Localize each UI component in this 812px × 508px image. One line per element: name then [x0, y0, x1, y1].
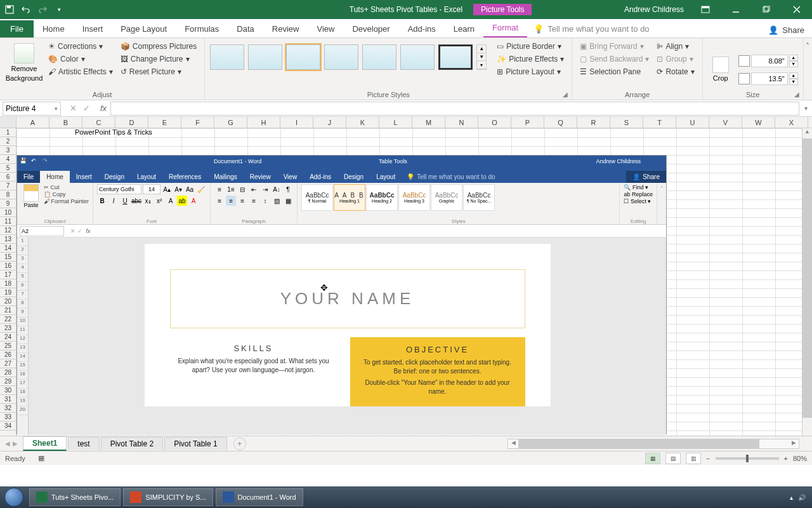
fx-icon[interactable]: fx	[96, 104, 110, 113]
col-header[interactable]: R	[577, 117, 610, 128]
row-header[interactable]: 12	[0, 226, 16, 235]
style-thumb-5[interactable]	[362, 44, 396, 70]
row-header[interactable]: 9	[0, 199, 16, 208]
cells-area[interactable]: PowerPoint Tips & Tricks 💾 ↶ ↷ Document1…	[16, 128, 812, 436]
qat-dropdown-icon[interactable]: ▾	[53, 4, 65, 15]
col-header[interactable]: K	[346, 117, 379, 128]
sheet-tab-sheet1[interactable]: Sheet1	[23, 436, 67, 451]
row-header[interactable]: 28	[0, 368, 16, 377]
tab-developer[interactable]: Developer	[343, 20, 398, 37]
taskbar-excel[interactable]: Tuts+ Sheets Pivo...	[29, 488, 121, 506]
tab-add-ins[interactable]: Add-ins	[399, 20, 445, 37]
spinner-up-icon[interactable]: ▲	[789, 55, 798, 61]
save-icon[interactable]	[4, 4, 15, 15]
zoom-in-icon[interactable]: +	[784, 455, 788, 462]
col-header[interactable]: S	[610, 117, 643, 128]
selection-pane-button[interactable]: ☰Selection Pane	[577, 66, 652, 77]
scroll-up-icon[interactable]: ▲	[802, 128, 812, 138]
col-header[interactable]: B	[49, 117, 82, 128]
hscroll-right-icon[interactable]: ▶	[789, 439, 799, 448]
col-header[interactable]: C	[82, 117, 115, 128]
ribbon-display-icon[interactable]	[697, 3, 714, 16]
row-header[interactable]: 3	[0, 146, 16, 155]
sheet-tab-pivot1[interactable]: Pivot Table 1	[164, 437, 227, 450]
normal-view-button[interactable]: ▦	[645, 453, 660, 464]
col-header[interactable]: U	[676, 117, 709, 128]
picture-effects-button[interactable]: ✨Picture Effects▾	[494, 53, 566, 65]
vertical-scrollbar[interactable]: ▲ ▼	[802, 128, 812, 450]
tab-format[interactable]: Format	[483, 19, 527, 37]
name-box[interactable]: Picture 4▾	[3, 102, 61, 116]
row-header[interactable]: 15	[0, 253, 16, 262]
row-header[interactable]: 27	[0, 359, 16, 368]
row-header[interactable]: 8	[0, 190, 16, 199]
tab-data[interactable]: Data	[228, 20, 263, 37]
scroll-track[interactable]	[802, 138, 812, 439]
compress-pictures-button[interactable]: 📦Compress Pictures	[118, 41, 199, 52]
row-header[interactable]: 30	[0, 386, 16, 395]
row-header[interactable]: 34	[0, 422, 16, 431]
zoom-slider[interactable]	[716, 457, 779, 460]
row-header[interactable]: 10	[0, 208, 16, 217]
row-header[interactable]: 33	[0, 413, 16, 422]
enter-icon[interactable]: ✓	[83, 104, 90, 113]
align-button[interactable]: ⊫Align▾	[654, 41, 697, 52]
col-header[interactable]: H	[247, 117, 280, 128]
hscroll-left-icon[interactable]: ◀	[508, 439, 518, 448]
col-header[interactable]: O	[478, 117, 511, 128]
size-dialog-launcher[interactable]: ◢	[794, 91, 802, 98]
tab-page-layout[interactable]: Page Layout	[112, 20, 176, 37]
picture-layout-button[interactable]: ⊞Picture Layout▾	[494, 66, 566, 77]
maximize-icon[interactable]	[757, 3, 775, 16]
bring-forward-button[interactable]: ▣Bring Forward▾	[577, 41, 652, 52]
hscroll-thumb[interactable]	[518, 439, 759, 448]
col-header[interactable]: X	[775, 117, 808, 128]
row-header[interactable]: 25	[0, 342, 16, 351]
sheet-tab-pivot2[interactable]: Pivot Table 2	[101, 437, 164, 450]
row-header[interactable]: 20	[0, 297, 16, 306]
shape-height-input[interactable]	[751, 55, 788, 67]
style-thumb-7[interactable]	[438, 44, 473, 70]
reset-picture-button[interactable]: ↺Reset Picture▾	[118, 66, 199, 77]
gallery-up-icon[interactable]: ▲	[477, 45, 486, 53]
group-button[interactable]: ⊡Group▾	[654, 53, 697, 65]
col-header[interactable]: A	[16, 117, 49, 128]
send-backward-button[interactable]: ▢Send Backward▾	[577, 53, 652, 65]
col-header[interactable]: F	[181, 117, 214, 128]
row-header[interactable]: 23	[0, 324, 16, 333]
artistic-effects-button[interactable]: 🖌Artistic Effects▾	[46, 66, 115, 77]
corrections-button[interactable]: ☀Corrections▾	[46, 41, 115, 52]
spinner-down-icon[interactable]: ▼	[789, 79, 798, 85]
collapse-ribbon-icon[interactable]: ˄	[804, 38, 812, 100]
row-header[interactable]: 13	[0, 235, 16, 244]
row-header[interactable]: 16	[0, 262, 16, 271]
row-header[interactable]: 31	[0, 395, 16, 404]
row-header[interactable]: 7	[0, 182, 16, 190]
change-picture-button[interactable]: 🖼Change Picture▾	[118, 53, 199, 65]
row-header[interactable]: 1	[0, 128, 16, 137]
taskbar-word[interactable]: Document1 - Word	[216, 488, 303, 506]
row-header[interactable]: 6	[0, 173, 16, 182]
row-header[interactable]: 29	[0, 377, 16, 386]
embedded-word-screenshot[interactable]: 💾 ↶ ↷ Document1 - Word Table Tools Andre…	[16, 155, 667, 434]
tab-learn[interactable]: Learn	[445, 20, 483, 37]
col-header[interactable]: T	[643, 117, 676, 128]
row-header[interactable]: 5	[0, 164, 16, 173]
style-thumb-1[interactable]	[210, 44, 244, 70]
sheet-nav-prev-icon[interactable]: ◀	[5, 440, 10, 447]
col-header[interactable]: L	[379, 117, 412, 128]
col-header[interactable]: N	[445, 117, 478, 128]
tab-review[interactable]: Review	[263, 20, 308, 37]
page-layout-view-button[interactable]: ▤	[665, 453, 681, 464]
gallery-more-icon[interactable]: ▾	[477, 61, 486, 69]
scroll-thumb[interactable]	[802, 138, 812, 418]
style-thumb-3[interactable]	[286, 44, 320, 70]
spinner-down-icon[interactable]: ▼	[789, 61, 798, 67]
col-header[interactable]: J	[313, 117, 346, 128]
tab-home[interactable]: Home	[34, 20, 74, 37]
rotate-button[interactable]: ⟳Rotate▾	[654, 66, 697, 77]
tray-up-icon[interactable]: ▴	[790, 494, 793, 501]
style-thumb-4[interactable]	[324, 44, 358, 70]
formula-expand-icon[interactable]: ▾	[799, 105, 812, 112]
share-button[interactable]: 👤 Share	[761, 23, 812, 37]
